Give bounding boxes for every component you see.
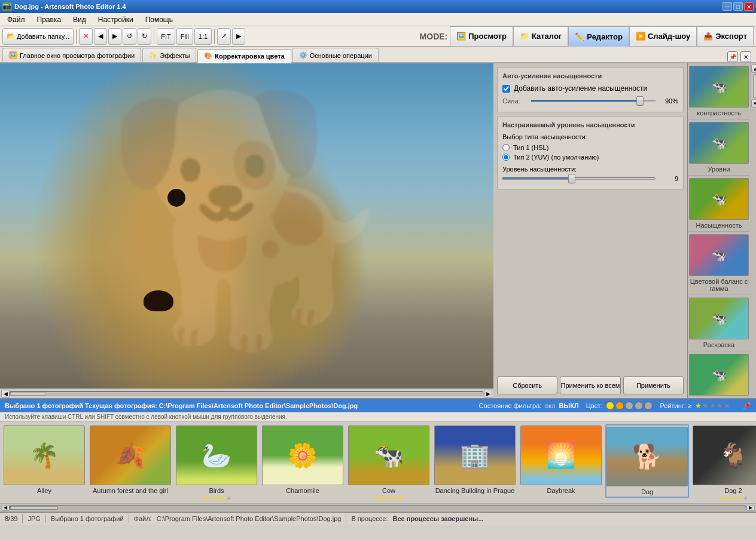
title-bar: 📷 Dog.jpg - Artensoft Photo Editor 1.4 ─… [0,0,756,13]
birds-star-5: ★ [226,495,231,501]
mode-tab-export[interactable]: 📤 Экспорт [697,26,754,47]
rotate-right-button[interactable]: ↻ [138,28,151,45]
panel-close-button[interactable]: ✕ [740,51,751,62]
bottom-horizontal-scrollbar[interactable]: ◀ ▶ [0,503,756,512]
pin-button[interactable]: 📌 [742,402,751,410]
thumb-card-alley[interactable]: 🌴 Alley [2,424,86,495]
slideshow-play-button[interactable]: ▶ [232,28,245,45]
color-dot-gray3[interactable] [644,402,653,410]
level-slider[interactable] [502,177,656,180]
sub-tab-effects[interactable]: ✨ Эффекты [142,48,196,62]
thumb-item-saturation[interactable]: 🐄 Насыщенность [688,176,750,232]
rating-star-3[interactable]: ★ [709,402,716,410]
back-button[interactable]: ◀ [94,28,107,45]
rotate-left-icon: ↺ [127,32,132,40]
fill-button[interactable]: Fill [176,28,193,45]
scroll-left-btn[interactable]: ◀ [1,390,10,398]
photo-horizontal-scrollbar[interactable]: ◀ ▶ [0,388,493,398]
menu-file[interactable]: Файл [2,14,30,25]
vs-thumb[interactable] [753,74,757,98]
thumb-item-paint[interactable]: 🐄 Раскраска [688,295,750,351]
sub-tab-color-correction[interactable]: 🎨 Корректировка цвета [197,49,291,63]
menu-edit[interactable]: Правка [32,14,66,25]
thumb-card-cow[interactable]: 🐄 Cow ★ ★ ★ ★ ★ [347,424,431,503]
mode-tab-editor[interactable]: ✏️ Редактор [568,26,629,47]
rating-star-1[interactable]: ★ [695,402,702,410]
vs-arrow-down[interactable]: ▼ [751,99,757,108]
scroll-thumb[interactable] [10,392,46,396]
thumb-card-birds[interactable]: 🦢 Birds ★ ★ ★ ★ ★ [175,424,258,503]
apply-all-button[interactable]: Применить ко всем [560,376,620,394]
1to1-button[interactable]: 1:1 [194,28,212,45]
strength-value: 90% [660,97,678,105]
bs-arrow-left[interactable]: ◀ [1,505,10,511]
toolbar-separator-3 [214,29,215,44]
thumb-card-name-dog: Dog [641,488,653,495]
strength-row: Сила: 90% [502,97,678,105]
delete-button[interactable]: ✕ [79,28,93,45]
menu-help[interactable]: Помощь [141,14,178,25]
bs-thumb[interactable] [10,506,58,510]
thumb-card-dog[interactable]: 🐕 Dog [605,424,689,498]
color-dot-gray1[interactable] [625,402,633,410]
radio-type2[interactable] [502,154,510,161]
thumb-card-daybreak[interactable]: 🌅 Daybreak [519,424,603,495]
status-format: JPG [28,515,40,522]
rotate-left-button[interactable]: ↺ [123,28,136,45]
minimize-button[interactable]: ─ [723,2,732,11]
color-dot-gray2[interactable] [635,402,643,410]
fit-button[interactable]: FIT [157,28,175,45]
thumb-card-img-autumn: 🍂 [90,425,171,485]
bs-arrow-right[interactable]: ▶ [746,505,755,511]
slideshow-icon: ▶️ [636,32,645,41]
sub-tab-main-view[interactable]: 🖼️ Главное окно просмотра фотографии [2,48,141,62]
thumb-card-chamomile[interactable]: 🌼 Chamomile [261,424,345,495]
window-controls: ─ □ ✕ [723,2,754,11]
rating-star-4[interactable]: ★ [717,402,723,410]
thumb-card-dog2[interactable]: 🐐 Dog 2 ★ ★ ★ ★ ★ [691,424,756,503]
filter-section: Состояние фильтра: вкл ВЫКЛ [479,402,579,409]
auto-saturation-checkbox-row: Добавить авто-усиление насыщенности [502,84,678,93]
rating-star-5[interactable]: ★ [724,402,730,410]
thumb-card-autumn[interactable]: 🍂 Autumn forest and the girl [89,424,172,495]
thumb-item-extra[interactable]: 🐄 [688,351,750,398]
thumb-vscrollbar[interactable]: ▲ ▼ [750,63,756,109]
select-type-label: Выбор типа насыщенности: [502,133,678,140]
color-dot-yellow[interactable] [606,402,614,410]
radio-row-2: Тип 2 (YUV) (по умолчанию) [502,154,678,161]
menu-view[interactable]: Вид [68,14,91,25]
strength-slider[interactable] [531,100,656,102]
dog2-stars: ★ ★ ★ ★ ★ [719,495,748,501]
vs-arrow-up[interactable]: ▲ [751,65,757,73]
close-button[interactable]: ✕ [744,2,754,11]
sub-tab-basic-ops[interactable]: ⚙️ Основные операции [292,48,379,62]
thumb-card-dancing[interactable]: 🏢 Dancing Building in Prague [433,424,517,495]
thumb-item-color-balance[interactable]: 🐄 Цветовой баланс с гамма [688,232,750,295]
editor-label: Редактор [587,32,623,41]
radio-type1[interactable] [502,144,510,151]
thumb-item-contrast[interactable]: 🐄 контрастность [688,63,750,120]
apply-button[interactable]: Применить [623,376,684,394]
filter-on[interactable]: вкл [545,402,555,409]
forward-button[interactable]: ▶ [108,28,121,45]
panel-pin-button[interactable]: 📌 [727,51,738,62]
cow-star-5: ★ [398,495,404,501]
menu-settings[interactable]: Настройки [93,14,138,25]
maximize-button[interactable]: □ [733,2,743,11]
reset-button[interactable]: Сбросить [497,376,557,394]
main-view-icon: 🖼️ [9,51,17,59]
filter-off[interactable]: ВЫКЛ [559,402,579,409]
zoom-fit-button[interactable]: ⤢ [217,28,231,45]
mode-tab-slideshow[interactable]: ▶️ Слайд-шоу [629,26,697,47]
rating-star-2[interactable]: ★ [702,402,709,410]
thumb-img-extra: 🐄 [689,354,749,396]
color-dot-orange[interactable] [615,402,624,410]
scroll-right-btn[interactable]: ▶ [484,390,492,398]
auto-saturation-checkbox[interactable] [502,85,510,93]
forward-icon: ▶ [112,32,117,40]
add-folder-button[interactable]: 📂 Добавить папку... [2,28,74,45]
mode-tab-view[interactable]: 🖼️ Просмотр [450,26,513,47]
mode-tab-catalog[interactable]: 📁 Каталог [513,26,568,47]
thumb-item-levels[interactable]: 🐄 Уровни [688,120,750,176]
sub-tabs: 🖼️ Главное окно просмотра фотографии ✨ Э… [0,47,756,63]
